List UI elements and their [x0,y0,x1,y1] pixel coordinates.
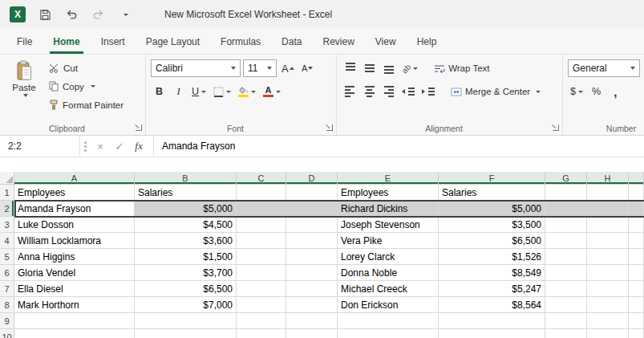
cell[interactable] [286,281,338,297]
cell[interactable]: Salaries [439,185,545,201]
cell[interactable] [237,185,286,201]
cell[interactable]: Don Erickson [338,297,439,313]
cell[interactable] [545,201,587,217]
tab-page-layout[interactable]: Page Layout [136,29,210,54]
tab-formulas[interactable]: Formulas [210,29,271,54]
cell[interactable] [629,265,644,281]
cell[interactable]: Anna Higgins [14,249,135,265]
row-header-5[interactable]: 5 [0,249,14,265]
cell[interactable] [587,329,629,338]
cell[interactable] [587,201,629,217]
number-format-select[interactable]: General [568,59,640,77]
format-painter-button[interactable]: Format Painter [46,96,127,114]
cell[interactable] [629,297,644,313]
cell[interactable] [629,281,644,297]
cell[interactable] [286,185,338,201]
cell[interactable] [237,265,286,281]
formula-bar-handle[interactable] [84,141,87,152]
row-header-4[interactable]: 4 [0,233,14,249]
italic-button[interactable]: I [170,83,187,100]
cell[interactable]: Richard Dickins [338,201,439,217]
copy-button[interactable]: Copy [46,77,127,96]
cell[interactable]: Amanda Frayson [14,201,135,217]
cell[interactable]: $8,549 [439,265,545,281]
increase-font-size-button[interactable]: A [279,59,297,77]
cell[interactable] [237,217,286,233]
cell[interactable] [545,217,587,233]
cell[interactable] [545,297,587,313]
cell[interactable]: $3,700 [135,265,237,281]
cell[interactable] [629,313,644,329]
cell[interactable] [286,249,338,265]
cell[interactable]: $5,000 [439,201,545,217]
merge-center-button[interactable]: Merge & Center [448,83,544,100]
paste-button[interactable]: Paste [5,59,43,114]
percent-style-button[interactable]: % [588,83,605,100]
align-right-button[interactable] [380,83,397,100]
cell[interactable] [237,329,286,338]
cell[interactable]: Vera Pike [338,233,439,249]
column-header-F[interactable]: F [439,172,545,185]
redo-icon[interactable] [91,7,105,22]
cell[interactable] [286,265,338,281]
undo-icon[interactable] [64,7,79,22]
tab-review[interactable]: Review [312,29,364,54]
cell[interactable]: $6,500 [439,233,545,249]
cell[interactable] [629,249,644,265]
cell[interactable] [237,281,286,297]
tab-view[interactable]: View [365,29,407,54]
cell[interactable] [629,201,644,217]
cell[interactable]: Michael Creeck [338,281,439,297]
cell[interactable] [545,249,587,265]
cell[interactable] [629,233,644,249]
cell[interactable]: $6,500 [135,281,237,297]
cell[interactable]: Employees [338,185,439,201]
increase-indent-button[interactable] [419,83,437,100]
column-header-H[interactable]: H [587,172,629,185]
cell[interactable] [286,313,338,329]
enter-icon[interactable]: ✓ [110,140,129,153]
column-header-G[interactable]: G [545,172,587,185]
cell[interactable] [338,329,439,338]
cell[interactable]: $5,247 [439,281,545,297]
row-header-8[interactable]: 8 [0,297,14,313]
insert-function-icon[interactable]: fx [129,140,148,153]
column-header-overflow[interactable] [629,172,644,185]
cell[interactable]: $4,500 [135,217,237,233]
cell[interactable]: Salaries [135,185,237,201]
bold-button[interactable]: B [151,83,168,100]
cell[interactable] [587,281,629,297]
column-header-B[interactable]: B [135,172,237,185]
wrap-text-button[interactable]: Wrap Text [431,59,492,77]
cell[interactable] [587,217,629,233]
cell[interactable] [237,201,286,217]
excel-logo-icon[interactable]: X [10,6,26,22]
cancel-icon[interactable]: × [91,140,110,153]
top-align-button[interactable] [342,59,358,77]
row-header-7[interactable]: 7 [0,281,14,297]
cell[interactable] [439,329,545,338]
tab-file[interactable]: File [6,29,43,54]
formula-bar-content[interactable]: Amanda Frayson [154,140,235,152]
cell[interactable] [286,217,338,233]
cell[interactable]: $1,500 [135,249,237,265]
align-center-button[interactable] [361,83,378,100]
cell[interactable] [587,249,629,265]
cell[interactable] [135,313,237,329]
cell[interactable]: $3,500 [439,217,545,233]
font-dialog-launcher-icon[interactable] [326,124,333,131]
tab-home[interactable]: Home [43,29,90,54]
cell[interactable]: Donna Noble [338,265,439,281]
accounting-format-button[interactable]: $ [568,83,585,100]
column-header-C[interactable]: C [237,172,286,185]
cell[interactable]: Luke Dosson [14,217,135,233]
cell[interactable] [286,201,338,217]
cut-button[interactable]: Cut [46,59,127,77]
cell[interactable] [629,217,644,233]
cell[interactable] [135,329,237,338]
cell[interactable] [545,281,587,297]
row-header-6[interactable]: 6 [0,265,14,281]
fill-color-button[interactable] [236,83,258,100]
decrease-indent-button[interactable] [399,83,417,100]
row-header-1[interactable]: 1 [0,185,14,201]
